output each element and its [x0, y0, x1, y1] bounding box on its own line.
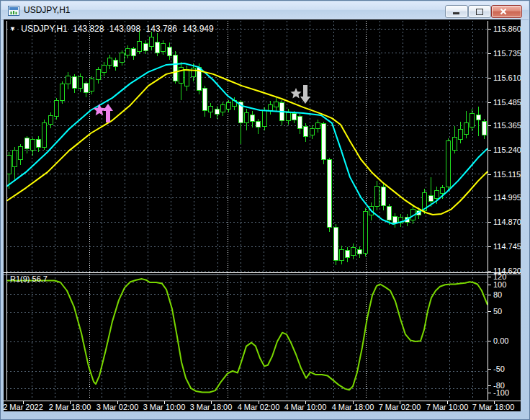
time-axis-label: 7 Mar 18:00 — [472, 403, 515, 411]
close-button[interactable] — [491, 5, 522, 18]
indicator-name: R1(9) — [10, 274, 30, 283]
candle-bull — [78, 77, 83, 89]
time-axis-label: 2 Mar 2022 — [4, 403, 43, 411]
candle-bear — [203, 88, 207, 111]
candle-bear — [322, 123, 326, 159]
terminal-chart-window: USDJPY,H1 115.860115.735115.610115.48511… — [0, 0, 530, 420]
candle-bull — [227, 103, 231, 109]
candle-bear — [168, 47, 172, 56]
candle-bear — [393, 216, 398, 223]
candle-bull — [340, 249, 344, 260]
candle-bull — [316, 122, 320, 128]
candle-bull — [49, 115, 53, 125]
candle-bull — [351, 247, 356, 255]
price-axis-label: 115.240 — [493, 146, 521, 154]
indicator-axis-label: 100 — [493, 280, 506, 289]
price-axis-label: 114.870 — [493, 218, 521, 226]
low-value: 143.786 — [146, 24, 177, 34]
candle-bull — [90, 79, 94, 91]
indicator-axis-label: -50 — [493, 365, 505, 373]
candle-bear — [156, 43, 160, 53]
chart-canvas[interactable]: 115.860115.735115.610115.485115.365115.2… — [4, 19, 521, 411]
time-axis-label: 2 Mar 18:00 — [49, 403, 91, 411]
time-axis-label: 3 Mar 02:00 — [96, 403, 139, 411]
candle-bull — [150, 37, 154, 46]
price-axis-label: 114.745 — [493, 242, 521, 251]
indicator-axis-label: -100 — [493, 388, 509, 397]
time-axis-label: 7 Mar 02:00 — [379, 403, 421, 411]
maximize-button[interactable] — [468, 5, 491, 18]
candle-bull — [470, 114, 475, 128]
time-axis-label: 7 Mar 10:00 — [426, 403, 469, 411]
candle-bear — [144, 44, 148, 50]
time-axis-label: 3 Mar 18:00 — [190, 403, 233, 411]
minimize-button[interactable] — [445, 5, 468, 18]
candle-bear — [215, 109, 220, 115]
candle-bear — [358, 249, 362, 254]
candle-bear — [73, 76, 77, 89]
candle-bull — [435, 191, 439, 199]
candle-bear — [84, 84, 89, 92]
candle-bull — [66, 76, 71, 84]
indicator-current-value: 56.7 — [32, 274, 48, 283]
candle-bear — [477, 115, 481, 120]
candle-bear — [256, 122, 261, 127]
close-value: 143.949 — [182, 24, 213, 34]
time-axis-label: 4 Mar 02:00 — [238, 403, 280, 411]
candle-bear — [114, 60, 118, 66]
candle-bull — [459, 130, 463, 140]
maximize-icon — [476, 9, 483, 15]
candle-bull — [287, 113, 291, 121]
candle-bull — [375, 186, 379, 206]
price-axis-label: 115.115 — [493, 170, 521, 179]
candle-bull — [269, 105, 273, 111]
candle-bear — [387, 207, 392, 220]
chart-ohlc-header: ▼ USDJPY,H1 143.828 143.998 143.786 143.… — [9, 24, 217, 34]
price-axis-label: 115.735 — [493, 49, 521, 58]
candle-bull — [446, 141, 451, 187]
time-axis-label: 4 Mar 18:00 — [332, 403, 374, 411]
candle-bear — [429, 196, 434, 202]
candle-bear — [251, 115, 255, 121]
candle-bull — [209, 107, 213, 112]
candle-bull — [120, 53, 125, 62]
candle-bull — [185, 70, 189, 86]
candle-bear — [482, 122, 487, 135]
chart-plot[interactable]: 115.860115.735115.610115.485115.365115.2… — [4, 19, 521, 411]
price-axis-label: 115.485 — [493, 98, 521, 107]
candle-bear — [25, 138, 30, 149]
window-titlebar[interactable]: USDJPY,H1 — [1, 1, 529, 20]
candle-bull — [31, 140, 35, 150]
price-axis-label: 115.365 — [493, 121, 521, 130]
candle-bull — [161, 43, 166, 51]
symbol-period-label: USDJPY,H1 — [21, 24, 67, 34]
indicator-axis-label: 0.00 — [493, 336, 508, 345]
candle-bull — [453, 137, 457, 150]
candle-bull — [464, 122, 469, 134]
candle-bull — [138, 41, 142, 51]
candle-bull — [102, 65, 107, 73]
price-axis-label: 115.610 — [493, 73, 521, 82]
candle-bull — [42, 123, 47, 148]
time-axis-label: 4 Mar 10:00 — [284, 403, 327, 411]
candle-bear — [328, 160, 332, 227]
candle-bull — [274, 102, 279, 107]
high-value: 143.998 — [109, 24, 140, 34]
time-axis-label: 3 Mar 10:00 — [143, 403, 186, 411]
candle-bull — [310, 128, 315, 135]
price-axis-label: 114.995 — [493, 193, 521, 202]
candle-bull — [441, 188, 445, 194]
indicator-label: R1(9) 56.7 — [10, 274, 48, 283]
minimize-icon — [453, 12, 459, 14]
candle-bull — [192, 68, 196, 76]
candle-bear — [37, 139, 41, 148]
candle-bear — [334, 227, 338, 260]
candle-bear — [298, 117, 302, 128]
indicator-axis-label: 80 — [493, 290, 502, 299]
candle-bull — [96, 70, 101, 80]
chart-window-icon — [8, 5, 19, 17]
candle-bull — [19, 146, 23, 159]
candle-bear — [346, 251, 350, 257]
candle-bear — [382, 187, 386, 205]
candle-bull — [108, 58, 112, 66]
